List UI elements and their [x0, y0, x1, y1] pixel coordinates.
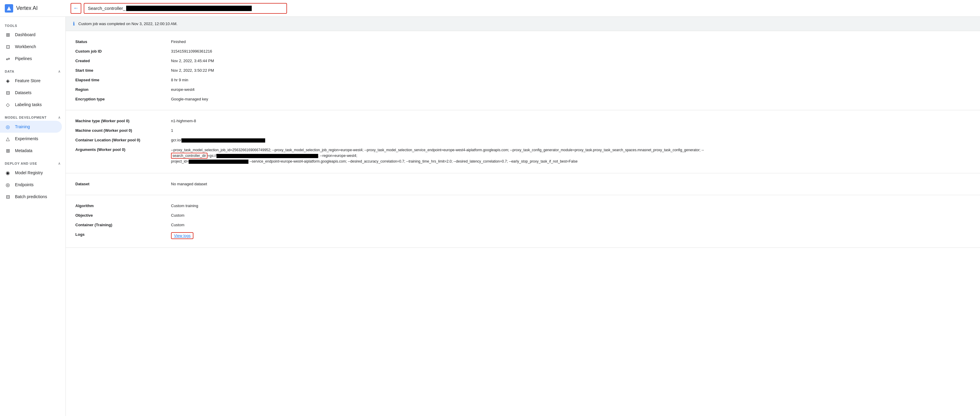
args-line3: project_id= --service_endpoint=europe-we… — [171, 159, 970, 164]
info-banner: ℹ Custom job was completed on Nov 3, 202… — [66, 17, 980, 31]
deploy-section-label: DEPLOY AND USE — [5, 162, 37, 165]
workbench-icon: ⊡ — [5, 44, 11, 49]
args-highlight: search_controller_dir — [171, 153, 207, 159]
view-logs-link[interactable]: View logs — [171, 232, 193, 239]
row-label: Container Location (Worker pool 0) — [75, 138, 171, 142]
container-location-redacted — [181, 138, 265, 143]
row-label: Status — [75, 40, 171, 44]
sidebar-item-label: Metadata — [15, 148, 32, 153]
data-section-label: DATA — [5, 70, 14, 73]
table-row: Algorithm Custom training — [75, 201, 970, 211]
batch-predictions-icon: ⊟ — [5, 194, 11, 200]
experiments-icon: △ — [5, 136, 11, 142]
sidebar-item-label: Datasets — [15, 90, 32, 95]
data-section-chevron[interactable]: ∧ — [58, 69, 61, 73]
tools-section-label: TOOLS — [0, 19, 65, 29]
args-redacted-1 — [216, 154, 318, 158]
logs-row: Logs View logs — [75, 230, 970, 241]
row-label: Machine type (Worker pool 0) — [75, 119, 171, 123]
table-row: Machine type (Worker pool 0) n1-highmem-… — [75, 116, 970, 126]
row-value: europe-west4 — [171, 87, 970, 92]
sidebar-item-label: Batch predictions — [15, 194, 47, 199]
row-value: 31541591109963​61216 — [171, 49, 970, 54]
sidebar-item-training[interactable]: ◎ Training — [0, 121, 62, 133]
row-value: Custom training — [171, 203, 970, 208]
sidebar-item-pipelines[interactable]: ⇌ Pipelines — [0, 52, 62, 65]
arguments-value: --proxy_task_model_selection_job_id=2563… — [171, 147, 970, 165]
content-area: ℹ Custom job was completed on Nov 3, 202… — [66, 17, 980, 416]
app-title: Vertex AI — [16, 5, 38, 11]
main-layout: TOOLS ⊞ Dashboard ⊡ Workbench ⇌ Pipeline… — [0, 17, 980, 416]
sidebar-item-label: Model Registry — [15, 170, 43, 175]
row-value: 8 hr 9 min — [171, 78, 970, 82]
row-label: Dataset — [75, 182, 171, 186]
dataset-section: Dataset No managed dataset — [66, 173, 980, 195]
row-value: Custom — [171, 223, 970, 227]
dashboard-icon: ⊞ — [5, 32, 11, 38]
feature-store-icon: ◈ — [5, 78, 11, 84]
sidebar-item-label: Pipelines — [15, 56, 32, 61]
topbar-nav: ← Search_controller_ — [70, 3, 980, 14]
row-label: Container (Training) — [75, 223, 171, 227]
vertex-ai-icon — [5, 4, 13, 13]
sidebar-item-dashboard[interactable]: ⊞ Dashboard — [0, 29, 62, 41]
sidebar-item-endpoints[interactable]: ◎ Endpoints — [0, 179, 62, 191]
endpoints-icon: ◎ — [5, 182, 11, 188]
table-row: Region europe-west4 — [75, 85, 970, 94]
row-value: n1-highmem-8 — [171, 119, 970, 123]
back-button[interactable]: ← — [70, 3, 81, 14]
sidebar-item-label: Experiments — [15, 136, 38, 141]
arguments-row: Arguments (Worker pool 0) --proxy_task_m… — [75, 145, 970, 167]
datasets-icon: ⊟ — [5, 90, 11, 95]
sidebar-item-workbench[interactable]: ⊡ Workbench — [0, 41, 62, 52]
sidebar-item-label: Workbench — [15, 44, 36, 49]
sidebar-item-model-registry[interactable]: ◉ Model Registry — [0, 167, 62, 179]
sidebar-item-label: Endpoints — [15, 182, 33, 187]
row-label: Elapsed time — [75, 78, 171, 82]
sidebar-item-metadata[interactable]: ⊞ Metadata — [0, 144, 62, 157]
deploy-section-chevron[interactable]: ∧ — [58, 161, 61, 165]
row-label: Encryption type — [75, 97, 171, 101]
labeling-tasks-icon: ◇ — [5, 102, 11, 108]
model-section-label: MODEL DEVELOPMENT — [5, 116, 47, 119]
sidebar-item-label: Feature Store — [15, 78, 41, 83]
row-label: Logs — [75, 232, 171, 237]
app-logo: Vertex AI — [5, 4, 70, 13]
row-value: Nov 2, 2022, 3:50:22 PM — [171, 68, 970, 73]
args-redacted-2 — [189, 160, 248, 164]
row-label: Region — [75, 87, 171, 92]
row-value: Finished — [171, 40, 970, 44]
table-row: Custom job ID 31541591109963​61216 — [75, 47, 970, 56]
page-title-bar: Search_controller_ — [84, 3, 287, 14]
sidebar-item-label: Labeling tasks — [15, 102, 42, 107]
sidebar-item-label: Training — [15, 124, 30, 129]
model-section-chevron[interactable]: ∧ — [58, 115, 61, 119]
row-label: Arguments (Worker pool 0) — [75, 147, 171, 152]
back-icon: ← — [73, 5, 79, 11]
table-row: Machine count (Worker pool 0) 1 — [75, 126, 970, 135]
title-prefix: Search_controller_ — [88, 6, 126, 11]
row-label: Objective — [75, 213, 171, 218]
sidebar-item-label: Dashboard — [15, 32, 36, 37]
pipelines-icon: ⇌ — [5, 56, 11, 62]
table-row: Created Nov 2, 2022, 3:45:44 PM — [75, 56, 970, 66]
sidebar-item-datasets[interactable]: ⊟ Datasets — [0, 87, 62, 98]
row-label: Created — [75, 59, 171, 63]
row-value: 1 — [171, 128, 970, 133]
args-line1: --proxy_task_model_selection_job_id=2563… — [171, 147, 970, 153]
sidebar-item-batch-predictions[interactable]: ⊟ Batch predictions — [0, 191, 62, 203]
table-row: Encryption type Google-managed key — [75, 94, 970, 104]
sidebar-item-experiments[interactable]: △ Experiments — [0, 133, 62, 144]
sidebar-item-labeling-tasks[interactable]: ◇ Labeling tasks — [0, 98, 62, 111]
row-label: Machine count (Worker pool 0) — [75, 128, 171, 133]
model-registry-icon: ◉ — [5, 170, 11, 176]
row-value: gcr.io/ — [171, 138, 970, 143]
sidebar: TOOLS ⊞ Dashboard ⊡ Workbench ⇌ Pipeline… — [0, 17, 66, 416]
row-value: Nov 2, 2022, 3:45:44 PM — [171, 59, 970, 63]
sidebar-item-feature-store[interactable]: ◈ Feature Store — [0, 75, 62, 87]
algorithm-section: Algorithm Custom training Objective Cust… — [66, 195, 980, 248]
title-redacted — [126, 6, 252, 11]
args-line2: search_controller_dir=gs://; --region=eu… — [171, 153, 970, 159]
row-value: No managed dataset — [171, 182, 970, 186]
worker-pool-section: Machine type (Worker pool 0) n1-highmem-… — [66, 110, 980, 173]
